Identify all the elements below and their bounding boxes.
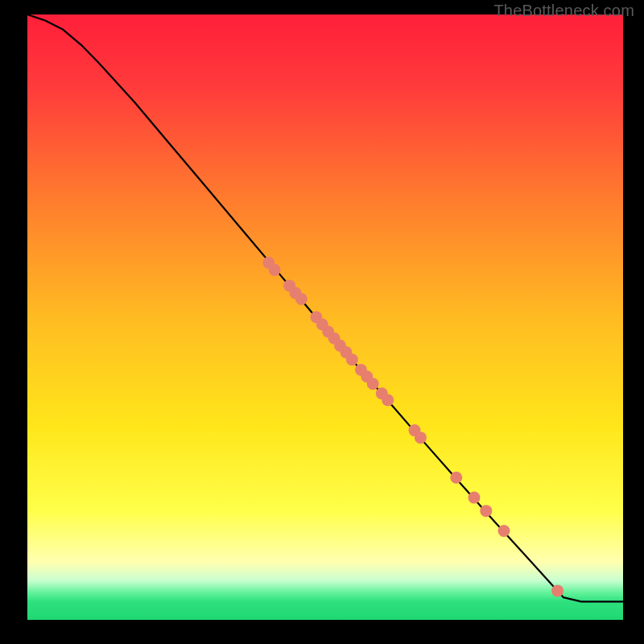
scatter-point xyxy=(415,431,427,444)
chart-stage: TheBottleneck.com xyxy=(0,0,644,644)
plot-svg xyxy=(27,14,623,620)
scatter-point xyxy=(551,584,564,597)
scatter-point xyxy=(346,353,358,365)
scatter-point xyxy=(450,472,462,484)
scatter-point xyxy=(480,505,492,517)
gradient-background xyxy=(27,14,623,620)
scatter-point xyxy=(295,293,308,305)
scatter-point xyxy=(469,492,481,504)
scatter-point xyxy=(269,264,281,276)
scatter-point xyxy=(367,378,379,390)
scatter-point xyxy=(498,525,510,537)
scatter-point xyxy=(382,394,394,407)
plot-area xyxy=(27,14,623,620)
watermark-text: TheBottleneck.com xyxy=(493,2,634,20)
